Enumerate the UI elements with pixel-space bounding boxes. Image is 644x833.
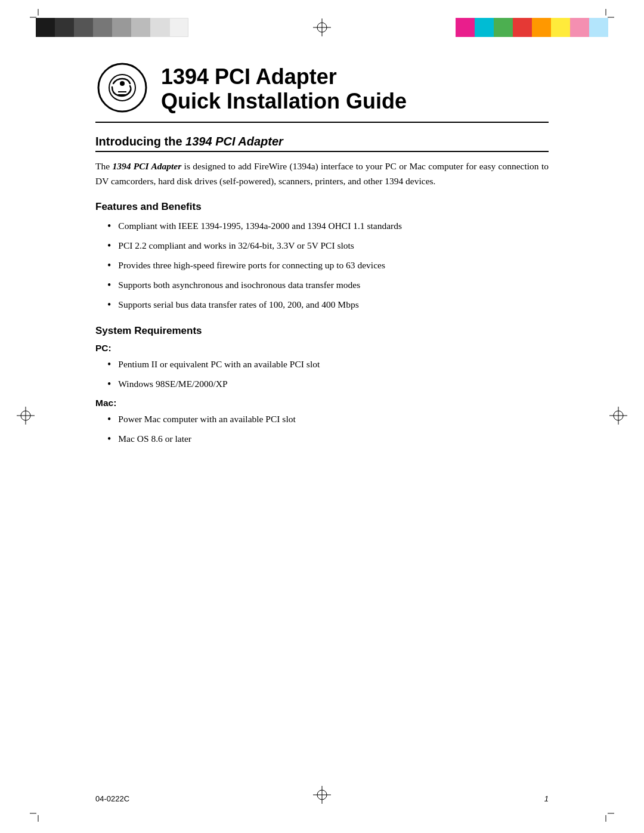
logo-container	[95, 61, 149, 117]
swatches-left	[36, 18, 188, 37]
swatch-r2	[475, 18, 494, 37]
footer-part-number: 04-0222C	[95, 794, 129, 803]
list-item: Mac OS 8.6 or later	[95, 432, 549, 447]
corner-mark-br	[597, 805, 614, 824]
list-item: Supports serial bus data transfer rates …	[95, 298, 549, 312]
feature-item-4: Supports both asynchronous and isochrono…	[118, 278, 549, 292]
swatch-r7	[570, 18, 589, 37]
list-item: Power Mac computer with an available PCI…	[95, 412, 549, 427]
title-block: 1394 PCI Adapter Quick Installation Guid…	[161, 64, 549, 114]
swatch-r5	[532, 18, 551, 37]
intro-body-start: The	[95, 161, 112, 171]
feature-item-5: Supports serial bus data transfer rates …	[118, 298, 549, 312]
features-section: Features and Benefits Compliant with IEE…	[95, 201, 549, 313]
swatch-r6	[551, 18, 570, 37]
features-list: Compliant with IEEE 1394-1995, 1394a-200…	[95, 219, 549, 313]
swatch-8	[169, 18, 188, 37]
main-content: 1394 PCI Adapter Quick Installation Guid…	[0, 49, 644, 494]
swatch-4	[93, 18, 112, 37]
mac-item-1: Power Mac computer with an available PCI…	[118, 412, 549, 426]
pc-list: Pentium II or equivalent PC with an avai…	[95, 357, 549, 392]
swatch-r3	[494, 18, 513, 37]
feature-item-1: Compliant with IEEE 1394-1995, 1394a-200…	[118, 219, 549, 233]
feature-item-3: Provides three high-speed firewire ports…	[118, 258, 549, 272]
svg-point-13	[98, 64, 146, 112]
mac-label: Mac:	[95, 398, 549, 408]
corner-mark-tr	[597, 9, 614, 28]
sysreq-heading: System Requirements	[95, 325, 549, 337]
pc-item-2: Windows 98SE/ME/2000/XP	[118, 377, 549, 391]
list-item: Provides three high-speed firewire ports…	[95, 258, 549, 273]
intro-section: Introducing the 1394 PCI Adapter The 139…	[95, 135, 549, 189]
title-line2: Quick Installation Guide	[161, 89, 549, 113]
intro-heading: Introducing the 1394 PCI Adapter	[95, 135, 549, 152]
mac-list: Power Mac computer with an available PCI…	[95, 412, 549, 447]
intro-heading-plain: Introducing the	[95, 135, 185, 148]
top-bar	[0, 0, 644, 49]
swatch-r4	[513, 18, 532, 37]
list-item: PCI 2.2 compliant and works in 32/64-bit…	[95, 239, 549, 253]
header-section: 1394 PCI Adapter Quick Installation Guid…	[95, 61, 549, 123]
list-item: Pentium II or equivalent PC with an avai…	[95, 357, 549, 372]
list-item: Compliant with IEEE 1394-1995, 1394a-200…	[95, 219, 549, 234]
swatch-7	[150, 18, 169, 37]
intro-heading-italic: 1394 PCI Adapter	[185, 135, 283, 148]
bottom-crosshair	[313, 786, 331, 806]
mac-item-2: Mac OS 8.6 or later	[118, 432, 549, 446]
intro-body-italic: 1394 PCI Adapter	[112, 161, 181, 171]
swatch-2	[55, 18, 74, 37]
title-line1: 1394 PCI Adapter	[161, 64, 549, 89]
product-logo	[95, 61, 149, 114]
pc-label: PC:	[95, 343, 549, 354]
feature-item-2: PCI 2.2 compliant and works in 32/64-bit…	[118, 239, 549, 253]
footer-page-number: 1	[544, 794, 549, 803]
swatch-r1	[456, 18, 475, 37]
corner-mark-bl	[30, 805, 47, 824]
swatch-5	[112, 18, 131, 37]
right-crosshair	[609, 407, 627, 427]
top-crosshair	[313, 18, 331, 36]
page: 1394 PCI Adapter Quick Installation Guid…	[0, 0, 644, 833]
swatch-6	[131, 18, 150, 37]
list-item: Windows 98SE/ME/2000/XP	[95, 377, 549, 392]
svg-point-15	[120, 81, 125, 86]
intro-body: The 1394 PCI Adapter is designed to add …	[95, 159, 549, 189]
sysreq-section: System Requirements PC: Pentium II or eq…	[95, 325, 549, 447]
swatches-right	[456, 18, 608, 37]
swatch-3	[74, 18, 93, 37]
list-item: Supports both asynchronous and isochrono…	[95, 278, 549, 293]
features-heading: Features and Benefits	[95, 201, 549, 213]
pc-item-1: Pentium II or equivalent PC with an avai…	[118, 357, 549, 371]
corner-mark-tl	[30, 9, 47, 28]
left-crosshair	[17, 407, 35, 427]
